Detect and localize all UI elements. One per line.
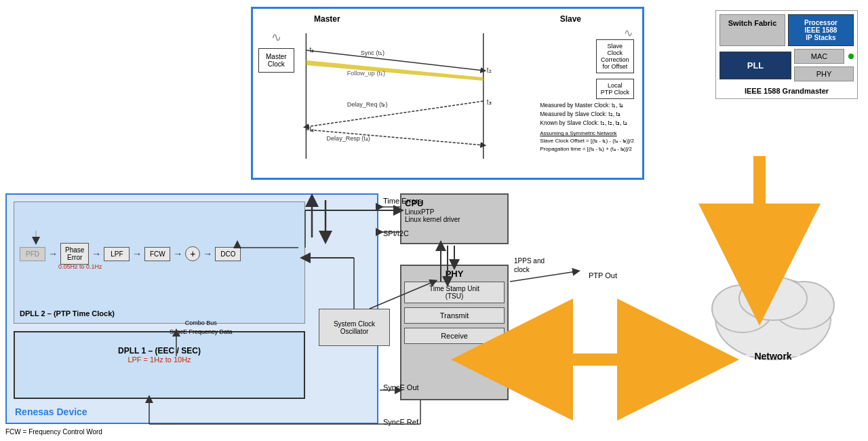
green-dot-icon [847,52,854,60]
svg-text:t₄: t₄ [309,126,314,133]
svg-line-10 [306,101,483,127]
grandmaster-title: IEEE 1588 Grandmaster [719,87,854,95]
mac-box: MAC [794,49,844,64]
svg-text:t₃: t₃ [487,98,492,106]
phy-grandmaster-box: PHY [794,66,854,81]
grandmaster-box: Switch Fabric ProcessorIEEE 1588IP Stack… [715,10,858,99]
label-1pps: 1PPS andclock [514,256,545,274]
svg-text:Sync (t₁): Sync (t₁) [361,50,384,56]
dpll2-label: DPLL 2 – (PTP Time Clock) [20,309,115,318]
dpll1-area: DPLL 1 – (EEC / SEC) LPF = 1Hz to 10Hz [14,331,305,399]
dpll2-freq-label: 0.05Hz to 0.1Hz [58,263,102,270]
fcw-box: FCW [144,247,170,261]
transmit-box: Transmit [404,307,505,324]
ptp-annotations: Measured by Master Clock: t₁, t₄ Measure… [540,101,634,153]
label-synce-out: SyncE Out [383,383,419,391]
plus-circle: + [185,246,200,261]
phy-main-title: PHY [404,269,505,279]
svg-text:Delay_Resp (t₄): Delay_Resp (t₄) [327,135,370,142]
svg-text:t₁: t₁ [309,46,314,54]
pfd-box: PFD [20,247,45,261]
sysclock-box: System Clock Oscillator [319,309,390,346]
ptp-master-label: Master [314,14,340,24]
phy-main-box: PHY Time Stamp Unit(TSU) Transmit Receiv… [400,265,509,400]
label-spi-i2c: SPI/I2C [383,229,409,237]
cpu-kernel: Linux kernel driver [405,216,504,223]
dpll2-area: PFD → PhaseError → LPF → FCW → + → DCO 0… [14,202,305,324]
processor-box: ProcessorIEEE 1588IP Stacks [788,14,854,46]
label-time-errors: Time Errors [383,197,422,205]
label-combo-bus: Combo BusSyncE Frequency Data [170,319,233,336]
switch-fabric-box: Switch Fabric [719,14,785,46]
arrow-lpf-fcw: → [132,248,142,259]
svg-line-6 [306,50,483,71]
dpll1-label: DPLL 1 – (EEC / SEC) [18,346,300,356]
pll-box: PLL [719,52,791,79]
svg-text:Follow_up (t₁): Follow_up (t₁) [347,70,385,77]
label-fcw: FCW = Frequency Control Word [5,428,102,436]
svg-marker-8 [306,60,483,81]
lpf-box: LPF [104,247,130,261]
dpll1-freq: LPF = 1Hz to 10Hz [18,356,300,364]
arrow-fcw-plus: → [173,248,182,259]
ptp-slave-label: Slave [560,14,581,24]
phase-error-box: PhaseError [60,243,89,265]
ptp-diagram: Master Slave ∿ MasterClock ∿ SlaveClockC… [251,7,644,180]
svg-text:Delay_Req (t₃): Delay_Req (t₃) [347,101,388,108]
label-ptp-out: PTP Out [589,271,617,280]
receive-box: Receive [404,328,505,344]
renesas-label: Renesas Device [15,406,87,417]
diagram-container: Switch Fabric ProcessorIEEE 1588IP Stack… [0,0,868,441]
label-synce-ref: SyncE Ref [383,418,418,426]
arrow-phase-lpf: → [92,248,101,259]
arrow-plus-dco: → [203,248,212,259]
tsu-box: Time Stamp Unit(TSU) [404,282,505,303]
network-cloud-area: Network [709,265,837,362]
cpu-linuxptp: LinuxPTP [405,208,504,216]
arrow-pfd-phase: → [48,248,58,259]
dco-box: DCO [215,247,241,261]
svg-text:t₂: t₂ [487,66,492,74]
svg-point-17 [739,277,807,320]
